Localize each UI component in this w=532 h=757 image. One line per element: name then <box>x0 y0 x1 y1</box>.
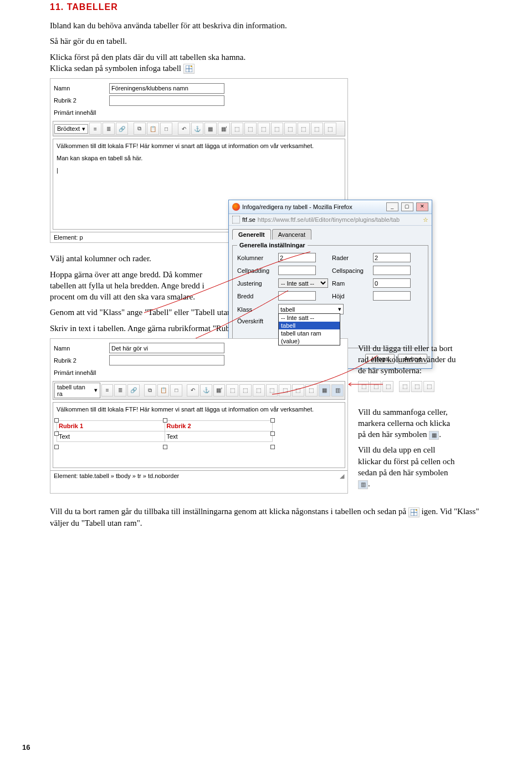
doc-icon[interactable]: □ <box>160 123 172 135</box>
intro-2: Så här gör du en tabell. <box>50 35 482 47</box>
row-after-icon[interactable]: ⬚ <box>244 123 257 135</box>
row-before-icon[interactable]: ⬚ <box>231 123 243 135</box>
side-p1: Vill du lägga till eller ta bort rad ell… <box>358 343 458 377</box>
intro-3b: Klicka sedan på symbolen infoga tabell <box>50 64 181 73</box>
klass-opt-none[interactable]: -- Inte satt -- <box>279 314 340 322</box>
label-primart: Primärt innehåll <box>54 109 104 116</box>
chevron-down-icon: ▾ <box>94 387 98 394</box>
table-icon[interactable]: ▦ <box>204 123 217 135</box>
tbl-r2c2: Text <box>165 431 273 441</box>
input-cellspacing[interactable] <box>373 266 411 275</box>
link-icon[interactable]: 🔗 <box>127 384 140 397</box>
label-cellpadding: Cellpadding <box>237 267 275 274</box>
copy-icon[interactable]: ⧉ <box>144 384 156 397</box>
input-cellpadding[interactable] <box>278 266 316 275</box>
col-del-icon[interactable]: ⬚ <box>305 384 318 397</box>
split-cell-icon[interactable]: ⬚ <box>324 123 336 135</box>
url-host: ftf.se <box>242 216 255 223</box>
tbl-r2c1: Text <box>57 431 165 441</box>
list-ul-icon[interactable]: ≡ <box>89 123 101 135</box>
editor1-cursor: | <box>57 167 341 174</box>
undo-icon[interactable]: ↶ <box>178 123 190 135</box>
select-justering[interactable]: -- Inte satt -- <box>278 278 328 288</box>
resize-handle-icon[interactable]: ◢ <box>340 473 344 480</box>
input-ram[interactable] <box>373 278 411 288</box>
merge-cells-icon: ▦ <box>429 431 439 440</box>
row-del-icon[interactable]: ⬚ <box>258 123 270 135</box>
style-dropdown[interactable]: Brödtext▾ <box>54 124 88 134</box>
label-namn: Namn <box>54 85 104 92</box>
input-namn[interactable] <box>109 83 224 94</box>
table-edit-icon <box>408 507 420 517</box>
intro-3: Klicka först på den plats där du vill at… <box>50 52 482 74</box>
paste-icon[interactable]: 📋 <box>147 123 159 135</box>
anchor-icon[interactable]: ⚓ <box>200 384 212 397</box>
row-after-icon[interactable]: ⬚ <box>266 384 278 397</box>
input-kolumner[interactable] <box>278 253 316 262</box>
label-primart2: Primärt innehåll <box>54 369 104 376</box>
col-del-icon: ⬚ <box>423 381 434 392</box>
label-klass: Klass <box>237 306 275 313</box>
window-max-icon[interactable]: ▢ <box>401 202 413 211</box>
tab-avancerat[interactable]: Avancerat <box>272 229 311 240</box>
row-del-icon: ⬚ <box>382 381 393 392</box>
merge-cells-icon[interactable]: ⬚ <box>311 123 323 135</box>
star-icon[interactable]: ☆ <box>423 216 428 223</box>
table-edit-icon[interactable]: ▦' <box>218 123 230 135</box>
firefox-icon <box>232 203 240 211</box>
list-ol-icon[interactable]: ≣ <box>114 384 126 397</box>
element-path2: Element: table.tabell » tbody » tr » td.… <box>54 473 179 480</box>
split-cell-icon[interactable]: ▥ <box>331 384 344 397</box>
doc-icon[interactable]: □ <box>170 384 182 397</box>
row-del-icon[interactable]: ⬚ <box>279 384 291 397</box>
list-ol-icon[interactable]: ≣ <box>103 123 115 135</box>
input-rubrik2b[interactable] <box>109 355 224 365</box>
klass-opt-noram[interactable]: tabell utan ram <box>279 329 340 337</box>
label-overskrift: Överskrift <box>237 318 275 324</box>
label-bredd: Bredd <box>237 293 275 299</box>
split-cell-icon: ▥ <box>358 480 368 489</box>
input-bredd[interactable] <box>278 291 316 301</box>
undo-icon[interactable]: ↶ <box>187 384 199 397</box>
chevron-down-icon: ▾ <box>82 125 85 133</box>
row-before-icon[interactable]: ⬚ <box>253 384 265 397</box>
label-namn2: Namn <box>54 345 104 352</box>
input-rubrik2[interactable] <box>109 95 224 106</box>
window-close-icon[interactable]: ✕ <box>416 202 428 211</box>
label-rader: Rader <box>332 255 370 261</box>
window-min-icon[interactable]: _ <box>386 202 398 211</box>
col-del-icon[interactable]: ⬚ <box>298 123 310 135</box>
copy-icon[interactable]: ⧉ <box>134 123 146 135</box>
section-heading: 11. TABELLER <box>50 2 482 12</box>
klass-opt-value[interactable]: (value) <box>279 337 340 345</box>
klass-opt-tabell[interactable]: tabell <box>279 322 340 329</box>
col-ins-icon[interactable]: ⬚ <box>292 384 304 397</box>
row-props-icon[interactable]: ⬚ <box>226 384 238 397</box>
editor2-line1: Välkommen till ditt lokala FTF! Här komm… <box>57 406 341 413</box>
cell-props-icon[interactable]: ⬚ <box>239 384 252 397</box>
table-edit-icon[interactable]: ▦' <box>213 384 226 397</box>
tab-generellt[interactable]: Generellt <box>232 229 271 240</box>
editor2-body[interactable]: Välkommen till ditt lokala FTF! Här komm… <box>53 402 345 468</box>
merge-cells-icon[interactable]: ▦ <box>319 384 331 397</box>
input-namn2[interactable] <box>109 343 224 353</box>
anchor-icon[interactable]: ⚓ <box>191 123 203 135</box>
paste-icon[interactable]: 📋 <box>157 384 170 397</box>
klass-options[interactable]: -- Inte satt -- tabell tabell utan ram (… <box>278 313 340 346</box>
input-rader[interactable] <box>373 253 411 262</box>
label-rubrik2: Rubrik 2 <box>54 97 104 104</box>
row-before-icon: ⬚ <box>358 381 369 392</box>
fieldset-legend: Generella inställningar <box>237 242 308 248</box>
col-before-icon[interactable]: ⬚ <box>271 123 283 135</box>
intro-3a: Klicka först på den plats där du vill at… <box>50 53 245 62</box>
label-kolumner: Kolumner <box>237 255 275 261</box>
list-ul-icon[interactable]: ≡ <box>101 384 114 397</box>
col-after-icon[interactable]: ⬚ <box>284 123 296 135</box>
link-icon[interactable]: 🔗 <box>116 123 128 135</box>
dialog-title: Infoga/redigera ny tabell - Mozilla Fire… <box>242 204 352 210</box>
side-p3: Vill du dela upp en cell klickar du förs… <box>358 444 458 489</box>
label-cellspacing: Cellspacing <box>332 267 370 274</box>
row-after-icon: ⬚ <box>370 381 381 392</box>
style-dropdown2[interactable]: tabell utan ra▾ <box>54 383 100 398</box>
input-hojd[interactable] <box>373 291 411 301</box>
